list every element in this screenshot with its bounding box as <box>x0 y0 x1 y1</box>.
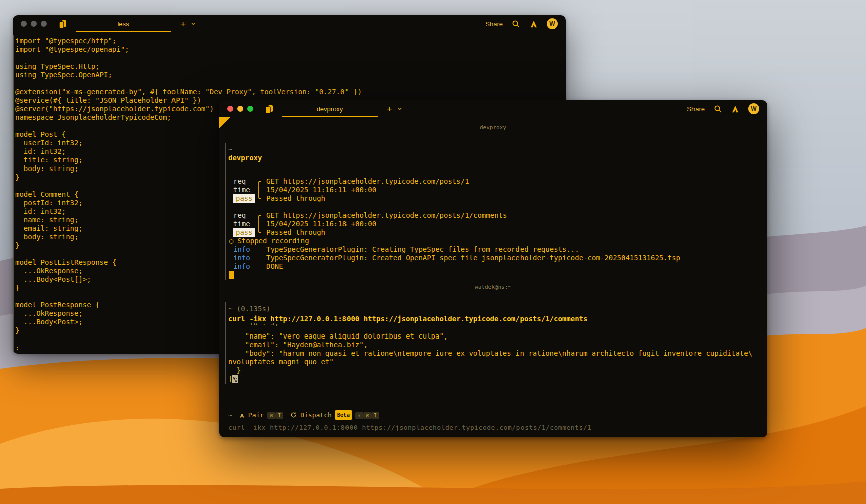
pair-button[interactable]: Pair ⌘I <box>239 411 283 420</box>
devproxy-block-cursor <box>229 271 234 279</box>
queued-command-suggestion[interactable]: curl -ikx http://127.0.0.1:8000 https://… <box>228 423 591 432</box>
warp-logo-icon[interactable] <box>530 20 538 28</box>
window-controls <box>227 106 253 112</box>
code-line: using TypeSpec.Http; <box>15 62 566 71</box>
zoom-button[interactable] <box>41 21 47 27</box>
back-titlebar: less + Share W <box>13 15 566 32</box>
stopped-recording-row: ○ Stopped recording <box>229 237 758 245</box>
beta-badge: Beta <box>335 410 352 420</box>
json-output-line: "body": "harum non quasi et ratione\ntem… <box>228 349 758 358</box>
tab-devproxy[interactable]: devproxy <box>282 100 378 117</box>
search-icon[interactable] <box>714 105 722 113</box>
request-status-row: pass ╰ Passed through <box>228 194 758 203</box>
closing-bracket: ] <box>228 375 232 383</box>
info-line: info TypeSpecGeneratorPlugin: Created Op… <box>228 254 758 262</box>
info-label: info <box>233 254 266 262</box>
request-blocks: req ╭ GET https://jsonplaceholder.typico… <box>228 177 758 245</box>
close-button[interactable] <box>227 106 233 112</box>
request-line-row: req ╭ GET https://jsonplaceholder.typico… <box>228 177 758 186</box>
json-output-line: "email": "Hayden@althea.biz", <box>228 341 758 349</box>
code-line: using TypeSpec.OpenAPI; <box>15 71 566 79</box>
stopped-text: Stopped recording <box>237 237 309 245</box>
json-output-line: nvoluptates magni quo et" <box>228 358 758 366</box>
bracket-bottom: ╰ <box>256 228 266 237</box>
bracket-mid: │ <box>256 186 266 194</box>
bracket-top: ╭ <box>256 211 266 220</box>
output-end-row: ] % <box>228 375 758 383</box>
request-block: req ╭ GET https://jsonplaceholder.typico… <box>228 177 758 211</box>
json-output-line: } <box>228 366 758 375</box>
request-label-time: time <box>233 186 256 194</box>
request-label-req: req <box>233 177 256 186</box>
block-indicator-line <box>13 35 14 351</box>
zoom-button[interactable] <box>247 106 253 112</box>
warp-pages-icon <box>264 104 274 114</box>
code-line: @extension("x-ms-generated-by", #{ toolN… <box>15 88 566 96</box>
search-icon[interactable] <box>512 20 521 28</box>
request-timestamp: 15/04/2025 11:16:11 +00:00 <box>266 186 376 194</box>
dispatch-keycaps: ⇧⌘I <box>355 411 379 420</box>
request-line-row: req ╭ GET https://jsonplaceholder.typico… <box>228 211 758 220</box>
request-url: GET https://jsonplaceholder.typicode.com… <box>266 211 507 220</box>
curl-prompt: ~ (0.135s) <box>228 305 758 313</box>
request-time-row: time │ 15/04/2025 11:16:11 +00:00 <box>228 186 758 194</box>
tab-dropdown-chevron-icon[interactable] <box>397 107 402 111</box>
window-controls <box>21 21 47 27</box>
info-label: info <box>233 262 266 271</box>
tab-title: devproxy <box>317 105 343 113</box>
request-gap <box>228 203 758 211</box>
warp-pages-icon <box>58 19 68 29</box>
code-line <box>15 79 566 88</box>
dispatch-button[interactable]: Dispatch Beta ⇧⌘I <box>290 410 379 420</box>
keycap: I <box>275 412 283 419</box>
clipped-output-line: "id": 5, <box>228 323 758 332</box>
block-indicator-line <box>225 143 226 280</box>
eol-percent-marker: % <box>232 375 237 383</box>
footer-cwd: ~ <box>228 411 232 419</box>
block-divider <box>225 279 767 279</box>
info-label: info <box>233 245 266 254</box>
devproxy-terminal-content: devproxy ~ devproxy req ╭ GET https://js… <box>219 117 767 437</box>
pass-status-badge: pass <box>233 228 255 237</box>
command-devproxy: devproxy <box>228 154 758 162</box>
minimize-button[interactable] <box>31 21 37 27</box>
new-tab-button[interactable]: + <box>180 19 186 29</box>
request-status: Passed through <box>266 228 325 237</box>
stop-circle-icon: ○ <box>229 237 233 245</box>
pair-label: Pair <box>248 411 264 419</box>
info-text: TypeSpecGeneratorPlugin: Created OpenAPI… <box>266 254 680 262</box>
bracket-top: ╭ <box>256 177 266 186</box>
block-header-session: waldek@ns:~ <box>219 283 767 291</box>
keycap: I <box>371 412 379 419</box>
json-output-line: "name": "vero eaque aliquid doloribus et… <box>228 332 758 341</box>
tab-less[interactable]: less <box>76 15 171 32</box>
pair-keycaps: ⌘I <box>267 411 283 420</box>
tab-dropdown-chevron-icon[interactable] <box>191 22 196 26</box>
request-timestamp: 15/04/2025 11:16:18 +00:00 <box>266 220 376 228</box>
code-line: import "@typespec/http"; <box>15 37 566 45</box>
pass-status-badge: pass <box>233 194 255 203</box>
dispatch-refresh-icon <box>290 412 297 418</box>
warp-logo-icon[interactable] <box>731 105 739 113</box>
request-time-row: time │ 15/04/2025 11:16:18 +00:00 <box>228 220 758 228</box>
info-line: info TypeSpecGeneratorPlugin: Creating T… <box>228 245 758 254</box>
new-tab-button[interactable]: + <box>387 104 392 114</box>
share-button[interactable]: Share <box>687 105 705 113</box>
curl-command: curl -ikx http://127.0.0.1:8000 https://… <box>228 315 758 323</box>
curl-json-output: "name": "vero eaque aliquid doloribus et… <box>228 332 758 375</box>
footer-bar: ~ Pair ⌘I Dispatch Beta ⇧⌘I <box>228 410 758 420</box>
request-url: GET https://jsonplaceholder.typicode.com… <box>266 177 469 186</box>
user-avatar[interactable]: W <box>748 103 759 114</box>
info-log: info TypeSpecGeneratorPlugin: Creating T… <box>228 245 758 271</box>
share-button[interactable]: Share <box>485 20 503 28</box>
bracket-mid: │ <box>256 220 266 228</box>
close-button[interactable] <box>21 21 27 27</box>
block-indicator-line <box>225 302 226 384</box>
user-avatar[interactable]: W <box>547 18 558 29</box>
minimize-button[interactable] <box>237 106 243 112</box>
terminal-window-front: devproxy + Share W devproxy ~ devproxy <box>219 100 767 437</box>
info-text: TypeSpecGeneratorPlugin: Creating TypeSp… <box>266 245 579 254</box>
code-line: import "@typespec/openapi"; <box>15 45 566 54</box>
bracket-bottom: ╰ <box>256 194 266 203</box>
block-header-devproxy: devproxy <box>219 123 767 132</box>
